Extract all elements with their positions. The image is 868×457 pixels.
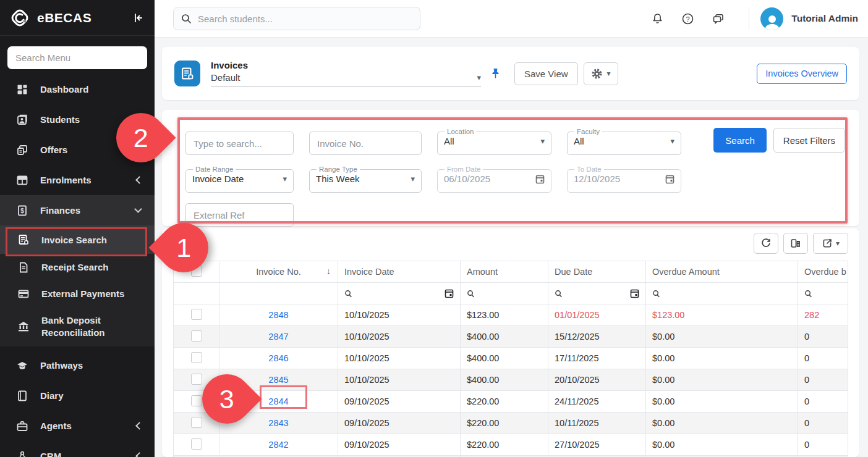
- search-button[interactable]: Search: [713, 128, 767, 153]
- reset-filters-button[interactable]: Reset Filters: [773, 128, 845, 153]
- invoice-link[interactable]: 2845: [268, 375, 288, 385]
- column-search-icon[interactable]: [555, 290, 563, 298]
- column-label: Overdue Amount: [652, 267, 720, 277]
- notifications-bell-icon[interactable]: [651, 12, 664, 25]
- column-search-icon[interactable]: [652, 290, 791, 298]
- invoice-date-cell: 09/10/2025: [338, 391, 461, 413]
- row-select-cell: [174, 348, 219, 369]
- table-row: 2848 10/10/2025 $123.00 01/01/2025 $123.…: [174, 304, 848, 326]
- invoice-link-2844[interactable]: 2844: [268, 396, 288, 406]
- sidebar-item-external-payments[interactable]: External Payments: [0, 280, 155, 307]
- from-date-field[interactable]: From Date 06/10/2025: [437, 166, 551, 193]
- column-calendar-icon[interactable]: [630, 288, 639, 298]
- column-calendar-icon[interactable]: [445, 288, 454, 298]
- column-search-icon[interactable]: [467, 290, 542, 298]
- sidebar-item-pathways[interactable]: Pathways: [0, 350, 155, 380]
- view-select[interactable]: Default ▾: [211, 72, 481, 87]
- chevron-down-icon: ▾: [411, 174, 415, 183]
- row-checkbox[interactable]: [191, 395, 202, 406]
- invoice-link[interactable]: 2846: [268, 353, 288, 363]
- chevron-down-icon: ▾: [836, 239, 840, 248]
- row-checkbox[interactable]: [191, 374, 202, 385]
- row-checkbox[interactable]: [191, 417, 202, 428]
- invoice-no-input[interactable]: [309, 132, 422, 155]
- location-select[interactable]: Location All▾: [437, 128, 551, 155]
- column-search-icon[interactable]: [344, 290, 352, 298]
- filter-cell-overdue-by[interactable]: [798, 283, 848, 304]
- column-chooser-button[interactable]: [783, 233, 808, 254]
- filter-cell-invoice-date[interactable]: [338, 283, 461, 304]
- sidebar-item-receipt-search[interactable]: Receipt Search: [0, 254, 155, 280]
- range-type-select[interactable]: Range Type This Week▾: [309, 166, 422, 193]
- view-settings-button[interactable]: ▾: [584, 62, 618, 85]
- save-view-button[interactable]: Save View: [514, 62, 578, 85]
- menu-search-input[interactable]: [7, 46, 147, 69]
- sidebar-item-label: External Payments: [41, 288, 124, 299]
- invoice-link[interactable]: 2842: [268, 440, 288, 450]
- bank-icon: [17, 321, 30, 333]
- sidebar-item-crm[interactable]: CRM: [0, 441, 155, 457]
- column-header-overdue-amount[interactable]: Overdue Amount: [646, 261, 798, 283]
- row-select-cell: [174, 326, 219, 348]
- overdue-amount-cell: $0.00: [646, 434, 798, 456]
- student-search-input[interactable]: [198, 14, 412, 24]
- results-card: ▾ Invoice No.↓ Invoice Date Amount Due D…: [162, 228, 859, 457]
- sidebar-item-agents[interactable]: Agents: [0, 411, 155, 441]
- sidebar-item-diary[interactable]: Diary: [0, 380, 155, 411]
- sidebar-collapse-icon[interactable]: [132, 12, 145, 24]
- invoice-no-cell: 2847: [219, 326, 338, 348]
- grid-toolbar: ▾: [173, 232, 848, 254]
- column-header-invoice-no[interactable]: Invoice No.↓: [219, 261, 338, 283]
- date-range-select[interactable]: Date Range Invoice Date▾: [185, 166, 294, 193]
- sidebar-item-invoice-search[interactable]: Invoice Search: [0, 225, 155, 254]
- pin-view-icon[interactable]: [490, 67, 501, 80]
- faculty-select[interactable]: Faculty All▾: [567, 128, 681, 155]
- filter-cell-due-date[interactable]: [548, 283, 646, 304]
- sort-descending-icon: ↓: [326, 266, 331, 276]
- sidebar-item-bank-deposit-reconciliation[interactable]: Bank Deposit Reconciliation: [0, 307, 155, 346]
- invoice-date-cell: 09/10/2025: [338, 434, 461, 456]
- reset-filters-label: Reset Filters: [783, 135, 835, 146]
- filters-row-3: [185, 203, 859, 227]
- filter-cell-invoice-no[interactable]: [219, 283, 338, 304]
- sidebar-item-label: Pathways: [40, 360, 83, 371]
- user-name[interactable]: Tutorial Admin: [791, 13, 858, 24]
- student-search-box[interactable]: [173, 7, 420, 30]
- sidebar-item-finances[interactable]: $ Finances: [0, 195, 155, 225]
- refresh-button[interactable]: [754, 233, 778, 254]
- external-ref-input[interactable]: [185, 203, 294, 227]
- diary-icon: [16, 390, 28, 402]
- invoice-no-cell: 2846: [219, 348, 338, 369]
- help-icon[interactable]: ?: [681, 12, 694, 25]
- location-value: All: [444, 136, 454, 146]
- filter-cell-overdue-amount[interactable]: [646, 283, 798, 304]
- invoices-header-card: Invoices Default ▾ Save View ▾ Invoices …: [162, 47, 859, 100]
- invoice-link[interactable]: 2847: [268, 332, 288, 342]
- invoice-link[interactable]: 2843: [268, 418, 288, 428]
- column-header-overdue-by[interactable]: Overdue b: [798, 261, 848, 283]
- feedback-chat-icon[interactable]: [712, 12, 725, 25]
- invoices-overview-button[interactable]: Invoices Overview: [757, 64, 847, 84]
- overdue-amount-cell: $0.00: [646, 391, 798, 413]
- export-button[interactable]: ▾: [813, 233, 848, 254]
- content: Invoices Default ▾ Save View ▾ Invoices …: [155, 37, 868, 457]
- table-row: 2842 09/10/2025 $220.00 27/10/2025 $0.00…: [174, 434, 848, 456]
- row-checkbox[interactable]: [191, 330, 202, 342]
- row-checkbox[interactable]: [191, 352, 202, 363]
- filter-cell-amount[interactable]: [461, 283, 548, 304]
- row-checkbox[interactable]: [191, 438, 202, 450]
- to-date-field[interactable]: To Date 12/10/2025: [567, 166, 681, 193]
- column-header-amount[interactable]: Amount: [461, 261, 548, 283]
- location-label: Location: [445, 128, 476, 135]
- column-header-invoice-date[interactable]: Invoice Date: [338, 261, 461, 283]
- table-row: 2845 10/10/2025 $400.00 20/10/2025 $0.00…: [174, 369, 848, 391]
- sidebar-item-dashboard[interactable]: Dashboard: [0, 74, 155, 104]
- column-search-icon[interactable]: [804, 290, 841, 298]
- sidebar-item-enrolments[interactable]: Enrolments: [0, 165, 155, 195]
- column-header-due-date[interactable]: Due Date: [548, 261, 646, 283]
- invoice-link[interactable]: 2848: [268, 310, 288, 320]
- row-checkbox[interactable]: [191, 309, 202, 320]
- type-to-search-input[interactable]: [185, 132, 294, 155]
- row-select-cell: [174, 304, 219, 326]
- user-avatar[interactable]: [760, 7, 783, 30]
